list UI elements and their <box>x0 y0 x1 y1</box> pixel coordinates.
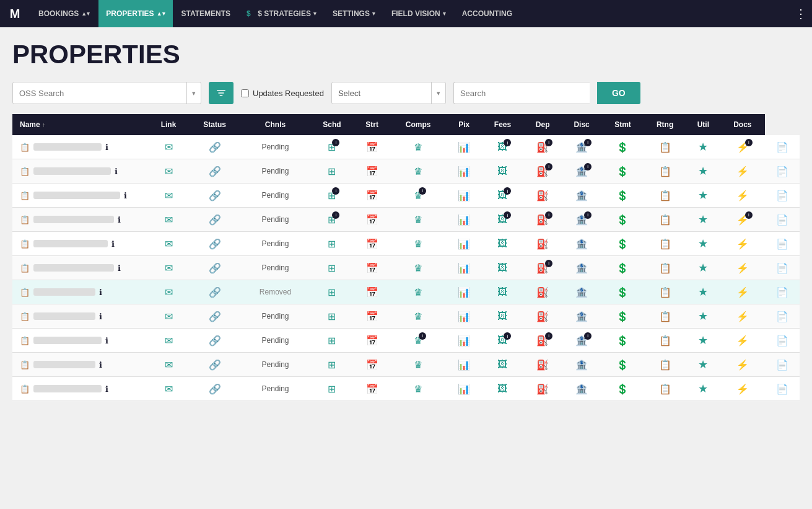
dep-icon-cell[interactable]: 🏦 i <box>575 141 588 153</box>
discount-icon[interactable]: 💲 <box>616 166 629 177</box>
info-icon[interactable]: ℹ <box>118 263 121 273</box>
nav-more-icon[interactable]: ⋮ <box>795 6 807 21</box>
dep-icon-cell[interactable]: 🏦 <box>575 359 588 371</box>
docs-icon[interactable]: 📄 <box>776 215 788 225</box>
dep-icon-cell[interactable]: 🏦 <box>575 311 588 322</box>
rating-star-icon[interactable]: ★ <box>698 237 708 250</box>
statement-icon[interactable]: 📋 <box>659 215 671 225</box>
pix-icon-cell[interactable]: 🖼 i <box>497 214 507 225</box>
fees-icon-cell[interactable]: ⛽ <box>536 383 549 395</box>
discount-icon[interactable]: 💲 <box>616 263 629 273</box>
fees-icon-cell[interactable]: ⛽ i <box>536 335 549 347</box>
discount-icon[interactable]: 💲 <box>616 239 629 249</box>
info-icon[interactable]: ℹ <box>105 384 108 394</box>
chnls-icon-cell[interactable]: ⊞ i <box>328 190 336 201</box>
info-icon[interactable]: ℹ <box>118 215 121 224</box>
link-icon[interactable]: 🔗 <box>209 239 221 249</box>
link-icon[interactable]: 🔗 <box>209 215 221 225</box>
mail-icon[interactable]: ✉ <box>165 263 173 273</box>
dep-icon-cell[interactable]: 🏦 i <box>575 335 588 347</box>
info-icon[interactable]: ℹ <box>99 360 102 370</box>
dep-icon-cell[interactable]: 🏦 <box>575 238 588 250</box>
link-icon[interactable]: 🔗 <box>209 335 221 346</box>
pix-icon-cell[interactable]: 🖼 <box>497 262 507 273</box>
clip-icon[interactable]: 📋 <box>20 384 30 394</box>
filter-button[interactable] <box>209 82 234 104</box>
clip-icon[interactable]: 📋 <box>20 336 30 345</box>
util-icon-cell[interactable]: ⚡ <box>736 190 749 201</box>
go-button[interactable]: GO <box>597 82 640 104</box>
chart-icon[interactable]: 📊 <box>458 142 470 153</box>
strt-icon-cell[interactable]: ♛ i <box>414 335 422 347</box>
clip-icon[interactable]: 📋 <box>20 143 30 152</box>
strt-icon-cell[interactable]: ♛ <box>414 238 422 250</box>
rating-star-icon[interactable]: ★ <box>698 286 708 298</box>
strt-icon-cell[interactable]: ♛ <box>414 141 422 153</box>
chart-icon[interactable]: 📊 <box>458 335 470 346</box>
statement-icon[interactable]: 📋 <box>659 287 671 298</box>
mail-icon[interactable]: ✉ <box>165 215 173 225</box>
clip-icon[interactable]: 📋 <box>20 288 30 297</box>
docs-icon[interactable]: 📄 <box>776 166 788 177</box>
calendar-icon[interactable]: 📅 <box>366 360 378 370</box>
chnls-icon-cell[interactable]: ⊞ <box>328 238 336 250</box>
chnls-icon-cell[interactable]: ⊞ <box>328 262 336 274</box>
chnls-icon-cell[interactable]: ⊞ i <box>328 214 336 226</box>
calendar-icon[interactable]: 📅 <box>366 142 378 153</box>
rating-star-icon[interactable]: ★ <box>698 213 708 226</box>
link-icon[interactable]: 🔗 <box>209 142 221 153</box>
chnls-icon-cell[interactable]: ⊞ <box>328 335 336 347</box>
chnls-icon-cell[interactable]: ⊞ <box>328 286 336 298</box>
discount-icon[interactable]: 💲 <box>616 360 629 370</box>
mail-icon[interactable]: ✉ <box>165 335 173 346</box>
mail-icon[interactable]: ✉ <box>165 287 173 298</box>
link-icon[interactable]: 🔗 <box>209 166 221 177</box>
info-icon[interactable]: ℹ <box>124 191 127 200</box>
link-icon[interactable]: 🔗 <box>209 384 221 394</box>
dep-icon-cell[interactable]: 🏦 <box>575 262 588 274</box>
util-icon-cell[interactable]: ⚡ <box>736 383 749 395</box>
util-icon-cell[interactable]: ⚡ <box>736 311 749 322</box>
chart-icon[interactable]: 📊 <box>458 190 470 201</box>
mail-icon[interactable]: ✉ <box>165 360 173 370</box>
statement-icon[interactable]: 📋 <box>659 335 671 346</box>
rating-star-icon[interactable]: ★ <box>698 358 708 371</box>
strt-icon-cell[interactable]: ♛ <box>414 262 422 274</box>
chart-icon[interactable]: 📊 <box>458 287 470 298</box>
info-icon[interactable]: ℹ <box>105 336 108 345</box>
chart-icon[interactable]: 📊 <box>458 360 470 370</box>
statement-icon[interactable]: 📋 <box>659 263 671 273</box>
fees-icon-cell[interactable]: ⛽ i <box>536 262 549 274</box>
chart-icon[interactable]: 📊 <box>458 311 470 322</box>
pix-icon-cell[interactable]: 🖼 <box>497 383 507 394</box>
clip-icon[interactable]: 📋 <box>20 167 30 176</box>
dep-icon-cell[interactable]: 🏦 <box>575 286 588 298</box>
info-icon[interactable]: ℹ <box>99 312 102 321</box>
clip-icon[interactable]: 📋 <box>20 191 30 200</box>
calendar-icon[interactable]: 📅 <box>366 311 378 322</box>
statement-icon[interactable]: 📋 <box>659 311 671 322</box>
fees-icon-cell[interactable]: ⛽ <box>536 238 549 250</box>
nav-item-bookings[interactable]: BOOKINGS ▲▾ <box>31 0 97 27</box>
docs-icon[interactable]: 📄 <box>776 384 788 394</box>
rating-star-icon[interactable]: ★ <box>698 165 708 177</box>
docs-icon[interactable]: 📄 <box>776 287 788 298</box>
dep-icon-cell[interactable]: 🏦 <box>575 383 588 395</box>
calendar-icon[interactable]: 📅 <box>366 166 378 177</box>
docs-icon[interactable]: 📄 <box>776 190 788 201</box>
calendar-icon[interactable]: 📅 <box>366 335 378 346</box>
fees-icon-cell[interactable]: ⛽ i <box>536 166 549 177</box>
fees-icon-cell[interactable]: ⛽ i <box>536 141 549 153</box>
strt-icon-cell[interactable]: ♛ <box>414 166 422 177</box>
rating-star-icon[interactable]: ★ <box>698 383 708 395</box>
discount-icon[interactable]: 💲 <box>616 311 629 322</box>
oss-search-input[interactable] <box>13 89 186 98</box>
clip-icon[interactable]: 📋 <box>20 360 30 370</box>
rating-star-icon[interactable]: ★ <box>698 141 708 153</box>
statement-icon[interactable]: 📋 <box>659 239 671 249</box>
docs-icon[interactable]: 📄 <box>776 335 788 346</box>
discount-icon[interactable]: 💲 <box>616 335 629 346</box>
strt-icon-cell[interactable]: ♛ <box>414 359 422 371</box>
calendar-icon[interactable]: 📅 <box>366 190 378 201</box>
util-icon-cell[interactable]: ⚡ i <box>736 214 749 226</box>
